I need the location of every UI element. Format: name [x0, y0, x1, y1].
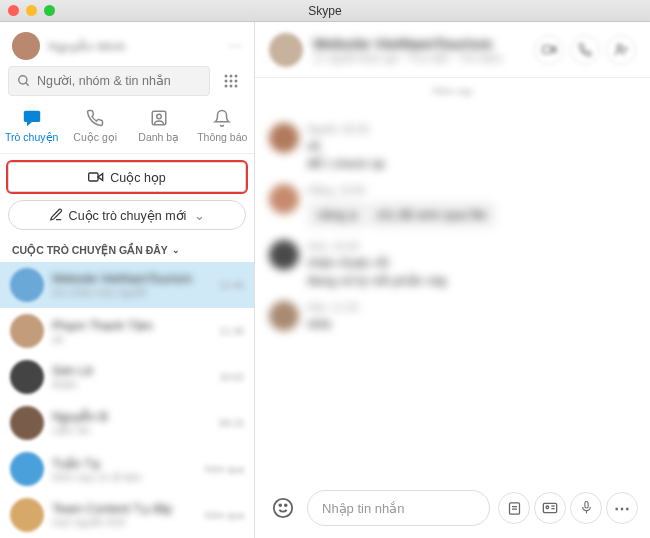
- conversation-name: Nguyễn B: [52, 409, 211, 424]
- video-icon: [542, 44, 557, 55]
- video-call-button[interactable]: [534, 35, 564, 65]
- more-icon[interactable]: ⋯: [228, 38, 242, 54]
- tab-chats[interactable]: Trò chuyện: [0, 108, 64, 143]
- chevron-down-icon: ⌄: [172, 245, 180, 255]
- contacts-icon: [149, 108, 169, 128]
- conversation-time: 10:02: [219, 372, 244, 383]
- message-text: nhận được rồi: [307, 255, 636, 270]
- video-icon: [88, 171, 104, 183]
- message-text: để t check lại: [307, 156, 636, 171]
- recent-header[interactable]: CUỘC TRÒ CHUYỆN GẦN ĐÂY ⌄: [0, 230, 254, 262]
- conversation-item[interactable]: Website VietNamTourismxin chào mọi người…: [0, 262, 254, 308]
- conversation-preview: hôm nay có đi làm: [52, 471, 197, 483]
- conversation-time: 12:45: [219, 280, 244, 291]
- conversation-name: Phạm Thanh Tâm: [52, 318, 211, 333]
- message-list: Người, 09:30okđể t check lạiHằng, 10:05v…: [255, 105, 650, 482]
- tab-calls[interactable]: Cuộc gọi: [64, 108, 128, 143]
- tab-contacts[interactable]: Danh bạ: [127, 108, 191, 143]
- search-input[interactable]: [8, 66, 210, 96]
- svg-point-2: [225, 75, 228, 78]
- audio-call-button[interactable]: [570, 35, 600, 65]
- svg-point-9: [230, 85, 233, 88]
- window-title: Skype: [308, 4, 341, 18]
- add-people-button[interactable]: [606, 35, 636, 65]
- contact-card-button[interactable]: [534, 492, 566, 524]
- svg-point-6: [230, 80, 233, 83]
- search-field[interactable]: [37, 74, 201, 88]
- svg-line-1: [26, 83, 29, 86]
- chat-header: Website VietNamTourism 11 người tham gia…: [255, 22, 650, 78]
- compose-icon: [49, 208, 63, 222]
- meet-now-label: Cuộc họp: [110, 170, 166, 185]
- attach-file-button[interactable]: [498, 492, 530, 524]
- conversation-preview: mọi người nhớ: [52, 516, 197, 529]
- voice-message-button[interactable]: [570, 492, 602, 524]
- conversation-name: Sơn Lê: [52, 363, 211, 378]
- svg-point-7: [235, 80, 238, 83]
- avatar: [10, 360, 44, 394]
- avatar: [10, 314, 44, 348]
- conversation-item[interactable]: Tuấn Tạhôm nay có đi làmhôm qua: [0, 446, 254, 492]
- svg-point-10: [235, 85, 238, 88]
- emoji-button[interactable]: [267, 492, 299, 524]
- conversation-preview: ok: [52, 333, 211, 345]
- close-window-button[interactable]: [8, 5, 19, 16]
- tab-label: Thông báo: [197, 131, 247, 143]
- avatar: [10, 498, 44, 532]
- message-avatar: [269, 240, 299, 270]
- new-chat-button[interactable]: Cuộc trò chuyện mới ⌄: [8, 200, 246, 230]
- conversation-item[interactable]: Sơn Lêđược10:02: [0, 354, 254, 400]
- conversation-item[interactable]: Phạm Thanh Tâmok11:30: [0, 308, 254, 354]
- tab-label: Cuộc gọi: [73, 131, 117, 143]
- meet-now-button[interactable]: Cuộc họp: [8, 162, 246, 192]
- smile-icon: [272, 497, 294, 519]
- profile-avatar: [12, 32, 40, 60]
- svg-rect-25: [543, 503, 556, 512]
- message-meta: Người, 09:30: [307, 123, 636, 135]
- dialpad-button[interactable]: [216, 66, 246, 96]
- profile-header[interactable]: Nguyễn Minh ⋯: [0, 22, 254, 66]
- chevron-down-icon: ⌄: [194, 208, 205, 223]
- svg-rect-15: [542, 46, 551, 53]
- minimize-window-button[interactable]: [26, 5, 37, 16]
- message-avatar: [269, 301, 299, 331]
- avatar: [10, 406, 44, 440]
- sidebar: Nguyễn Minh ⋯ Trò chuyện Cuộc gọi: [0, 22, 255, 538]
- message-group: Hằng, 10:05vâng ạchị đã xem qua file: [269, 184, 636, 230]
- conversation-item[interactable]: Team Content Tụ đâymọi người nhớhôm qua: [0, 492, 254, 538]
- maximize-window-button[interactable]: [44, 5, 55, 16]
- message-meta: Hân, 11:20: [307, 301, 636, 313]
- svg-point-26: [546, 506, 549, 509]
- window-controls: [8, 5, 55, 16]
- conversation-name: Tuấn Tạ: [52, 456, 197, 471]
- date-divider: Hôm nay: [255, 86, 650, 97]
- file-icon: [507, 501, 522, 516]
- message-group: Người, 09:30okđể t check lại: [269, 123, 636, 174]
- conversation-preview: được: [52, 378, 211, 391]
- conversation-time: 11:30: [219, 326, 244, 337]
- more-actions-button[interactable]: ⋯: [606, 492, 638, 524]
- chat-avatar[interactable]: [269, 33, 303, 67]
- bell-icon: [212, 108, 232, 128]
- svg-point-4: [235, 75, 238, 78]
- phone-icon: [85, 108, 105, 128]
- tab-notifications[interactable]: Thông báo: [191, 108, 255, 143]
- message-text: ok: [307, 138, 636, 153]
- chat-subtitle: 11 người tham gia · Thư viện · Tìm kiếm: [313, 52, 524, 64]
- message-meta: Sơn, 10:40: [307, 240, 636, 252]
- message-input[interactable]: Nhập tin nhắn: [307, 490, 490, 526]
- message-bubble: chị đã xem qua file: [367, 201, 497, 228]
- avatar: [10, 268, 44, 302]
- message-text: đang xử lý nốt phần này: [307, 273, 636, 288]
- conversation-name: Team Content Tụ đây: [52, 501, 197, 516]
- tab-label: Danh bạ: [138, 131, 179, 143]
- conversation-list: Website VietNamTourismxin chào mọi người…: [0, 262, 254, 538]
- message-meta: Hằng, 10:05: [307, 184, 636, 196]
- conversation-item[interactable]: Nguyễn Bcảm ơn09:15: [0, 400, 254, 446]
- conversation-preview: xin chào mọi người: [52, 286, 211, 299]
- profile-name: Nguyễn Minh: [48, 39, 125, 54]
- dialpad-icon: [223, 73, 239, 89]
- svg-rect-29: [584, 502, 587, 509]
- conversation-time: hôm qua: [205, 510, 244, 521]
- message-avatar: [269, 123, 299, 153]
